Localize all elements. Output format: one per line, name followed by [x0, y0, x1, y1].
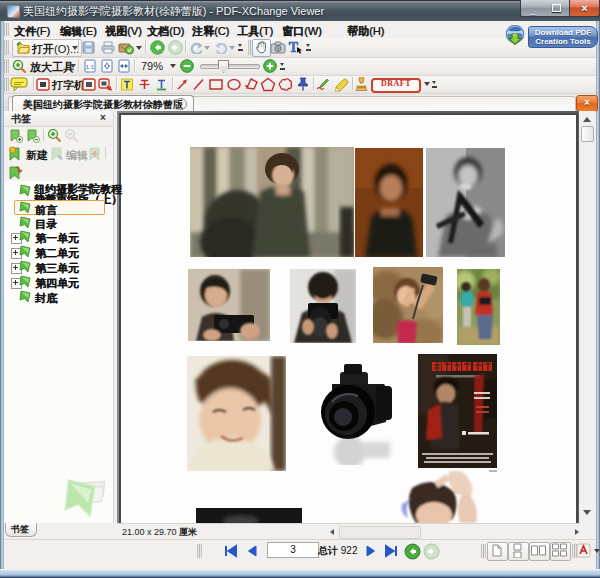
svg-text:1:1: 1:1	[86, 64, 95, 70]
